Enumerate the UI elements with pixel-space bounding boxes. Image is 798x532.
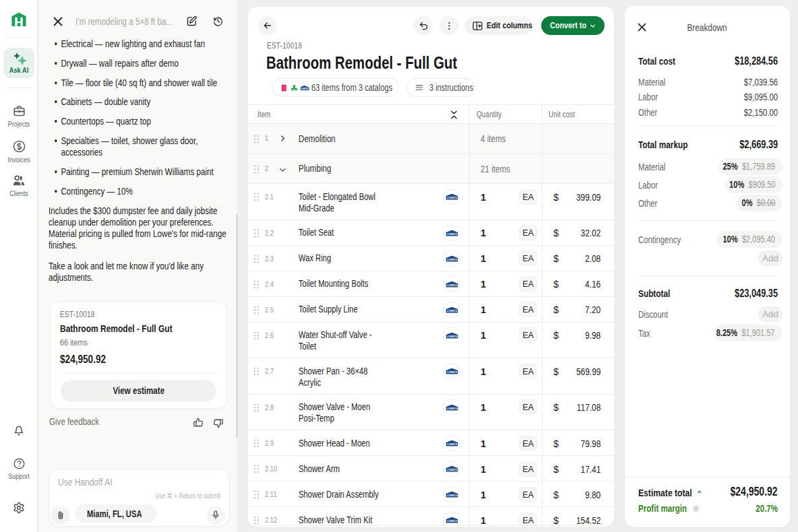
- svg-text:LOWE'S: LOWE'S: [446, 309, 456, 312]
- svg-text:LOWE'S: LOWE'S: [446, 196, 456, 199]
- svg-text:LOWE'S: LOWE'S: [446, 258, 456, 261]
- svg-text:LOWE'S: LOWE'S: [446, 407, 456, 410]
- svg-text:LOWE'S: LOWE'S: [446, 494, 456, 497]
- svg-text:LOWE'S: LOWE'S: [446, 442, 456, 446]
- svg-text:LOWE'S: LOWE'S: [301, 87, 309, 90]
- svg-text:LOWE'S: LOWE'S: [446, 519, 456, 523]
- svg-text:LOWE'S: LOWE'S: [446, 232, 456, 236]
- svg-text:LOWE'S: LOWE'S: [446, 284, 456, 287]
- svg-text:LOWE'S: LOWE'S: [446, 335, 456, 338]
- svg-text:LOWE'S: LOWE'S: [446, 468, 456, 471]
- svg-text:LOWE'S: LOWE'S: [446, 370, 456, 374]
- svg-text:i: i: [696, 506, 697, 511]
